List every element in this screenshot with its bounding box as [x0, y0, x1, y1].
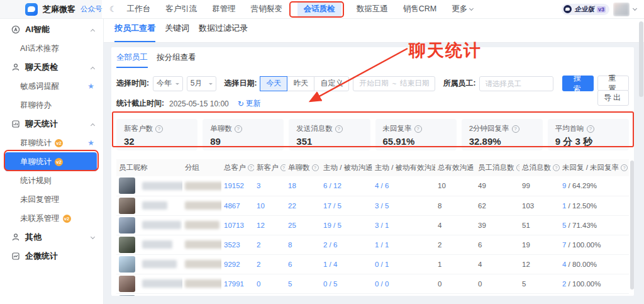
total-customers-cell[interactable]: 3523: [221, 235, 254, 254]
table-row[interactable]: [116, 293, 629, 296]
table-header-cell[interactable]: 员工昵称 ?: [116, 159, 182, 176]
unreplied-cell[interactable]: 7 / 100.00%: [560, 235, 629, 254]
help-icon[interactable]: ?: [248, 164, 255, 171]
active-passive-effective-cell[interactable]: 3 / 1: [372, 215, 435, 235]
active-passive-cell[interactable]: 6 / 12: [321, 176, 372, 196]
table-row[interactable]: 10713 12 25 19 / 5 3 / 1 4 39 51 5 / 71.…: [116, 215, 629, 235]
unreplied-cell[interactable]: 4 / 80.00%: [560, 254, 629, 274]
active-passive-effective-cell[interactable]: 0 / 1: [372, 254, 435, 274]
chat-count-cell[interactable]: 22: [286, 196, 321, 215]
refresh-link[interactable]: ↻ 更新: [238, 98, 261, 109]
table-header-cell[interactable]: 总客户 ?: [221, 159, 254, 176]
total-customers-cell[interactable]: [221, 293, 254, 296]
active-passive-cell[interactable]: 0 / 5: [321, 274, 372, 293]
top-nav-item[interactable]: 客户引流: [165, 1, 197, 17]
table-scrollbar[interactable]: [630, 160, 634, 290]
user-avatar[interactable]: [613, 3, 630, 16]
date-quick-button[interactable]: 今天: [260, 76, 287, 91]
sidebar-group-ai[interactable]: AI智能: [5, 20, 97, 39]
unreplied-cell[interactable]: 5 / 71.43%: [560, 215, 629, 235]
total-customers-cell[interactable]: 9292: [221, 254, 254, 274]
top-nav-item[interactable]: 更多: [452, 1, 473, 17]
chat-count-cell[interactable]: 25: [286, 215, 321, 235]
new-customers-cell[interactable]: [254, 293, 286, 296]
main-tab[interactable]: 按员工查看: [114, 23, 155, 42]
reset-button[interactable]: 重置: [597, 76, 629, 91]
subtab[interactable]: 按分组查看: [157, 52, 196, 68]
sidebar-item-ai-script[interactable]: AI话术推荐: [5, 39, 97, 58]
total-customers-cell[interactable]: 17991: [221, 274, 254, 293]
new-customers-cell[interactable]: 2: [254, 235, 286, 254]
chat-count-cell[interactable]: 8: [286, 235, 321, 254]
active-passive-effective-cell[interactable]: 3 / 5: [372, 196, 435, 215]
active-passive-effective-cell[interactable]: 0 / 0: [372, 274, 435, 293]
chat-count-cell[interactable]: 5: [286, 274, 321, 293]
new-customers-cell[interactable]: 12: [254, 215, 286, 235]
help-icon[interactable]: ?: [621, 164, 628, 171]
table-header-cell[interactable]: 主动 / 被动有效沟通 ?: [372, 159, 435, 176]
sidebar-item-group-chat-stats[interactable]: 群聊统计 v2 ★: [5, 133, 97, 152]
subtab[interactable]: 全部员工: [116, 52, 148, 68]
main-tab[interactable]: 数据过滤记录: [199, 23, 248, 42]
help-icon[interactable]: ?: [516, 164, 520, 171]
star-icon[interactable]: ★: [87, 82, 94, 91]
help-icon[interactable]: ?: [553, 164, 560, 171]
help-icon[interactable]: ?: [512, 125, 519, 133]
table-header-cell[interactable]: 总有效沟通 ?: [435, 159, 475, 176]
table-row[interactable]: 19152 3 18 6 / 12 4 / 6 10 49 99 9 / 64.…: [116, 176, 629, 196]
staff-select-input[interactable]: [479, 76, 553, 91]
table-row[interactable]: 17991 0 5 0 / 5 0 / 0 0 0 5 2 / 100.00%: [116, 274, 629, 293]
sidebar-group-wecom-stats[interactable]: 企微统计: [5, 247, 97, 266]
top-nav-item[interactable]: 销售CRM: [403, 1, 436, 17]
search-button[interactable]: 搜索: [562, 76, 594, 91]
new-customers-cell[interactable]: 2: [254, 254, 286, 274]
sidebar-group-chat-quality[interactable]: 聊天质检: [5, 58, 97, 77]
new-customers-cell[interactable]: 3: [254, 176, 286, 196]
active-passive-cell[interactable]: 1 / 4: [321, 254, 372, 274]
export-button[interactable]: 导出: [597, 90, 629, 106]
help-icon[interactable]: ?: [335, 125, 343, 133]
sort-icon[interactable]: [321, 165, 321, 171]
help-icon[interactable]: ?: [280, 164, 286, 171]
chat-count-cell[interactable]: 6: [286, 254, 321, 274]
new-customers-cell[interactable]: 0: [254, 274, 286, 293]
table-header-cell[interactable]: 总消息数 ?: [519, 159, 560, 176]
active-passive-cell[interactable]: [321, 293, 372, 296]
star-icon[interactable]: ★: [87, 138, 94, 147]
table-row[interactable]: 3523 2 8 2 / 6 1 / 1 2 6 19 7 / 100.00%: [116, 235, 629, 254]
account-chevron-down-icon[interactable]: [633, 6, 637, 10]
sidebar-group-chat-stats[interactable]: 聊天统计: [5, 115, 97, 133]
chat-count-cell[interactable]: 18: [286, 176, 321, 196]
help-icon[interactable]: ?: [414, 125, 422, 133]
table-header-cell[interactable]: 未回复 / 未回复率 ?: [560, 159, 629, 176]
top-nav-item[interactable]: 数据互通: [357, 1, 388, 17]
unreplied-cell[interactable]: 1 / 12.50%: [560, 196, 629, 215]
help-icon[interactable]: ?: [155, 125, 163, 133]
sidebar-item-stats-rules[interactable]: 统计规则: [5, 171, 97, 190]
page-scrollbar[interactable]: [639, 21, 643, 97]
date-quick-button[interactable]: 昨天: [287, 76, 314, 91]
top-nav-item[interactable]: 工作台: [127, 1, 151, 17]
sidebar-item-group-todo[interactable]: 群聊待办: [5, 96, 97, 115]
active-passive-effective-cell[interactable]: [372, 293, 435, 296]
top-nav-item[interactable]: 会话质检: [297, 1, 341, 17]
active-passive-cell[interactable]: 2 / 6: [321, 235, 372, 254]
help-icon[interactable]: ?: [312, 164, 319, 171]
dark-mode-icon[interactable]: ☾: [109, 4, 117, 14]
unreplied-cell[interactable]: 2 / 100.00%: [560, 274, 629, 293]
active-passive-effective-cell[interactable]: 4 / 6: [372, 176, 435, 196]
total-customers-cell[interactable]: 4867: [221, 196, 254, 215]
sidebar-item-sensitive-words[interactable]: 敏感词提醒 ★: [5, 77, 97, 96]
sidebar-item-uncontacted-mgmt[interactable]: 未联系管理 v2: [5, 209, 97, 228]
month-select[interactable]: 5月: [187, 76, 217, 91]
active-passive-cell[interactable]: 17 / 5: [321, 196, 372, 215]
active-passive-cell[interactable]: 19 / 5: [321, 215, 372, 235]
table-header-cell[interactable]: 新客户 ?: [254, 159, 286, 176]
total-customers-cell[interactable]: 10713: [221, 215, 254, 235]
year-select[interactable]: 今年: [153, 76, 183, 91]
date-range-input[interactable]: 开始日期 ~ 结束日期: [353, 76, 435, 91]
official-account-link[interactable]: 公众号: [80, 4, 103, 14]
main-tab[interactable]: 关键词: [165, 23, 189, 42]
total-customers-cell[interactable]: 19152: [221, 176, 254, 196]
top-nav-item[interactable]: 营销裂变: [251, 1, 282, 17]
